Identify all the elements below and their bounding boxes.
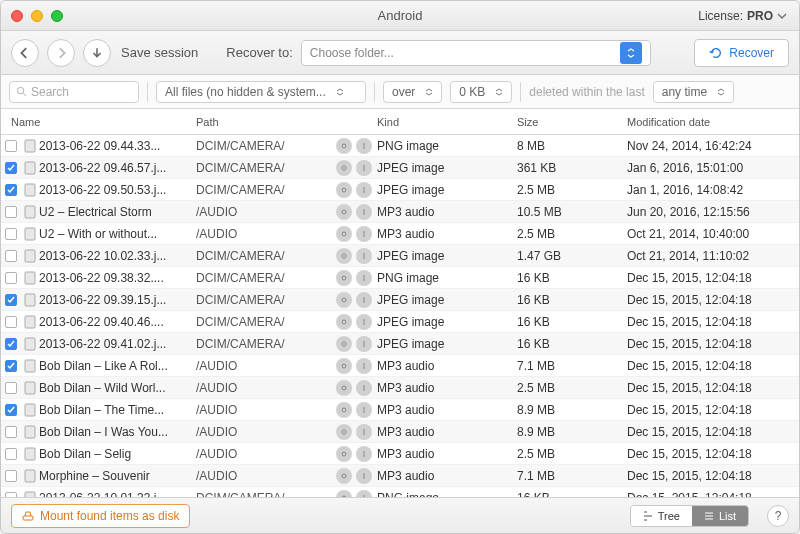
preview-icon[interactable] — [336, 468, 352, 484]
preview-icon[interactable] — [336, 270, 352, 286]
info-icon[interactable] — [356, 182, 372, 198]
column-header-mod[interactable]: Modification date — [627, 116, 799, 128]
maximize-window-button[interactable] — [51, 10, 63, 22]
info-icon[interactable] — [356, 446, 372, 462]
filetype-filter[interactable]: All files (no hidden & system... — [156, 81, 366, 103]
back-button[interactable] — [11, 39, 39, 67]
info-icon[interactable] — [356, 468, 372, 484]
size-comparator-filter[interactable]: over — [383, 81, 442, 103]
column-header-path[interactable]: Path — [196, 116, 331, 128]
license-indicator[interactable]: License: PRO — [698, 9, 787, 23]
preview-icon[interactable] — [336, 138, 352, 154]
close-window-button[interactable] — [11, 10, 23, 22]
table-row[interactable]: Bob Dilan – Wild Worl.../AUDIOMP3 audio2… — [1, 377, 799, 399]
preview-icon[interactable] — [336, 204, 352, 220]
row-checkbox[interactable] — [5, 162, 17, 174]
table-row[interactable]: 2013-06-22 09.44.33...DCIM/CAMERA/PNG im… — [1, 135, 799, 157]
info-icon[interactable] — [356, 292, 372, 308]
time-filter[interactable]: any time — [653, 81, 734, 103]
divider — [374, 82, 375, 102]
preview-icon[interactable] — [336, 358, 352, 374]
table-row[interactable]: 2013-06-22 10.01.33.j...DCIM/CAMERA/PNG … — [1, 487, 799, 497]
preview-icon[interactable] — [336, 160, 352, 176]
view-toggle: Tree List — [630, 505, 749, 527]
info-icon[interactable] — [356, 270, 372, 286]
tree-view-button[interactable]: Tree — [631, 506, 692, 526]
row-checkbox[interactable] — [5, 404, 17, 416]
row-checkbox[interactable] — [5, 448, 17, 460]
table-row[interactable]: 2013-06-22 09.38.32....DCIM/CAMERA/PNG i… — [1, 267, 799, 289]
table-row[interactable]: Bob Dilan – I Was You.../AUDIOMP3 audio8… — [1, 421, 799, 443]
info-icon[interactable] — [356, 402, 372, 418]
minimize-window-button[interactable] — [31, 10, 43, 22]
table-row[interactable]: 2013-06-22 09.39.15.j...DCIM/CAMERA/JPEG… — [1, 289, 799, 311]
disk-icon — [22, 510, 34, 522]
window-controls — [11, 10, 63, 22]
preview-icon[interactable] — [336, 248, 352, 264]
svg-point-28 — [342, 430, 346, 434]
toolbar: Save session Recover to: Choose folder..… — [1, 31, 799, 75]
row-checkbox[interactable] — [5, 250, 17, 262]
info-icon[interactable] — [356, 248, 372, 264]
info-icon[interactable] — [356, 424, 372, 440]
info-icon[interactable] — [356, 358, 372, 374]
forward-button[interactable] — [47, 39, 75, 67]
row-checkbox[interactable] — [5, 294, 17, 306]
table-row[interactable]: Bob Dilan – Like A Rol.../AUDIOMP3 audio… — [1, 355, 799, 377]
table-row[interactable]: U2 – Electrical Storm/AUDIOMP3 audio10.5… — [1, 201, 799, 223]
row-checkbox[interactable] — [5, 426, 17, 438]
preview-icon[interactable] — [336, 402, 352, 418]
preview-icon[interactable] — [336, 490, 352, 498]
row-checkbox[interactable] — [5, 382, 17, 394]
preview-icon[interactable] — [336, 446, 352, 462]
file-table[interactable]: 2013-06-22 09.44.33...DCIM/CAMERA/PNG im… — [1, 135, 799, 497]
info-icon[interactable] — [356, 226, 372, 242]
row-checkbox[interactable] — [5, 206, 17, 218]
svg-rect-5 — [25, 184, 35, 196]
table-row[interactable]: Bob Dilan – Selig/AUDIOMP3 audio2.5 MBDe… — [1, 443, 799, 465]
search-input[interactable]: Search — [9, 81, 139, 103]
file-size: 2.5 MB — [517, 381, 627, 395]
preview-icon[interactable] — [336, 182, 352, 198]
info-icon[interactable] — [356, 160, 372, 176]
file-path: DCIM/CAMERA/ — [196, 271, 331, 285]
row-checkbox[interactable] — [5, 338, 17, 350]
save-session-button[interactable] — [83, 39, 111, 67]
table-row[interactable]: 2013-06-22 09.41.02.j...DCIM/CAMERA/JPEG… — [1, 333, 799, 355]
column-header-kind[interactable]: Kind — [377, 116, 517, 128]
preview-icon[interactable] — [336, 292, 352, 308]
table-row[interactable]: U2 – With or without.../AUDIOMP3 audio2.… — [1, 223, 799, 245]
table-row[interactable]: 2013-06-22 09.40.46....DCIM/CAMERA/JPEG … — [1, 311, 799, 333]
table-row[interactable]: 2013-06-22 09.46.57.j...DCIM/CAMERA/JPEG… — [1, 157, 799, 179]
row-checkbox[interactable] — [5, 360, 17, 372]
info-icon[interactable] — [356, 380, 372, 396]
mount-disk-button[interactable]: Mount found items as disk — [11, 504, 190, 528]
row-checkbox[interactable] — [5, 140, 17, 152]
preview-icon[interactable] — [336, 336, 352, 352]
info-icon[interactable] — [356, 138, 372, 154]
info-icon[interactable] — [356, 204, 372, 220]
table-row[interactable]: Morphine – Souvenir/AUDIOMP3 audio7.1 MB… — [1, 465, 799, 487]
help-button[interactable]: ? — [767, 505, 789, 527]
row-checkbox[interactable] — [5, 272, 17, 284]
preview-icon[interactable] — [336, 226, 352, 242]
column-header-name[interactable]: Name — [1, 116, 196, 128]
row-checkbox[interactable] — [5, 470, 17, 482]
list-view-button[interactable]: List — [692, 506, 748, 526]
recover-button[interactable]: Recover — [694, 39, 789, 67]
table-row[interactable]: 2013-06-22 10.02.33.j...DCIM/CAMERA/JPEG… — [1, 245, 799, 267]
table-row[interactable]: Bob Dilan – The Time.../AUDIOMP3 audio8.… — [1, 399, 799, 421]
row-checkbox[interactable] — [5, 184, 17, 196]
row-checkbox[interactable] — [5, 228, 17, 240]
size-value-filter[interactable]: 0 KB — [450, 81, 512, 103]
preview-icon[interactable] — [336, 380, 352, 396]
info-icon[interactable] — [356, 490, 372, 498]
preview-icon[interactable] — [336, 314, 352, 330]
column-header-size[interactable]: Size — [517, 116, 627, 128]
preview-icon[interactable] — [336, 424, 352, 440]
table-row[interactable]: 2013-06-22 09.50.53.j...DCIM/CAMERA/JPEG… — [1, 179, 799, 201]
folder-dropdown[interactable]: Choose folder... — [301, 40, 651, 66]
row-checkbox[interactable] — [5, 316, 17, 328]
info-icon[interactable] — [356, 336, 372, 352]
info-icon[interactable] — [356, 314, 372, 330]
